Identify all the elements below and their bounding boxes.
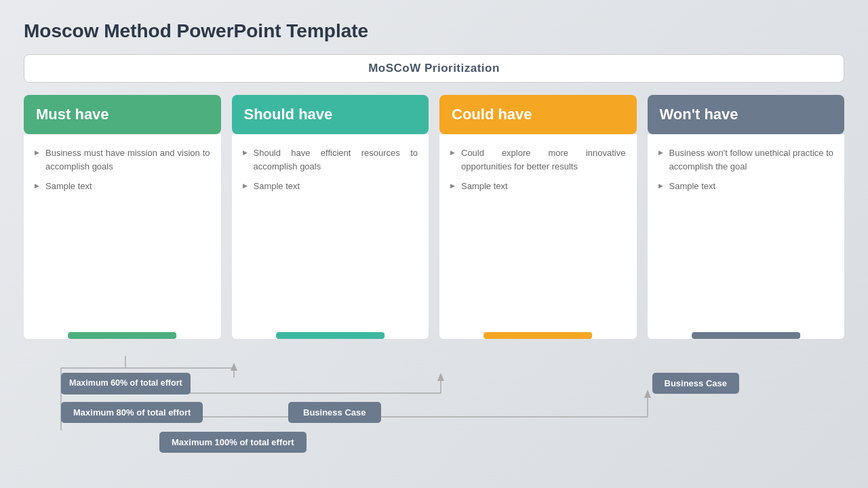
- list-item: Sample text: [35, 180, 210, 193]
- should-have-list: Should have efficient resources to accom…: [243, 146, 418, 193]
- must-have-list: Business must have mission and vision to…: [35, 146, 210, 193]
- list-item: Should have efficient resources to accom…: [243, 146, 418, 173]
- bracket-section: Maximum 60% of total effort Business Cas…: [24, 356, 844, 474]
- max-100-label: Maximum 100% of total effort: [159, 432, 307, 453]
- must-have-header: Must have: [24, 95, 221, 134]
- could-have-header: Could have: [439, 95, 637, 134]
- could-have-footer-bar: [484, 332, 592, 339]
- list-item: Business won't follow unethical practice…: [658, 146, 834, 173]
- must-have-footer-bar: [68, 332, 176, 339]
- could-have-body: Could explore more innovative opportunit…: [439, 134, 637, 339]
- wont-have-header: Won't have: [648, 95, 845, 134]
- must-have-column: Must have Business must have mission and…: [24, 95, 221, 339]
- max-60-label: Maximum 60% of total effort: [61, 373, 191, 394]
- list-item: Could explore more innovative opportunit…: [450, 146, 626, 173]
- business-case-label-1: Business Case: [652, 373, 740, 394]
- list-item: Sample text: [658, 180, 834, 193]
- max-80-label: Maximum 80% of total effort: [61, 402, 203, 423]
- wont-have-column: Won't have Business won't follow unethic…: [648, 95, 845, 339]
- wont-have-footer-bar: [692, 332, 800, 339]
- svg-marker-12: [644, 390, 651, 398]
- could-have-column: Could have Could explore more innovative…: [439, 95, 637, 339]
- page-title: Moscow Method PowerPoint Template: [24, 20, 844, 42]
- svg-marker-4: [231, 363, 237, 371]
- wont-have-body: Business won't follow unethical practice…: [648, 134, 845, 339]
- subtitle-bar: MoSCoW Prioritization: [24, 54, 844, 83]
- list-item: Sample text: [243, 180, 418, 193]
- columns-row: Must have Business must have mission and…: [24, 95, 844, 339]
- should-have-column: Should have Should have efficient resour…: [232, 95, 429, 339]
- wont-have-list: Business won't follow unethical practice…: [658, 146, 834, 193]
- should-have-body: Should have efficient resources to accom…: [232, 134, 429, 339]
- business-case-label-2: Business Case: [288, 402, 381, 423]
- should-have-footer-bar: [276, 332, 384, 339]
- svg-marker-8: [437, 373, 444, 381]
- must-have-body: Business must have mission and vision to…: [24, 134, 221, 339]
- page: Moscow Method PowerPoint Template MoSCoW…: [0, 0, 868, 488]
- list-item: Business must have mission and vision to…: [35, 146, 210, 173]
- could-have-list: Could explore more innovative opportunit…: [450, 146, 626, 193]
- should-have-header: Should have: [232, 95, 429, 134]
- list-item: Sample text: [450, 180, 626, 193]
